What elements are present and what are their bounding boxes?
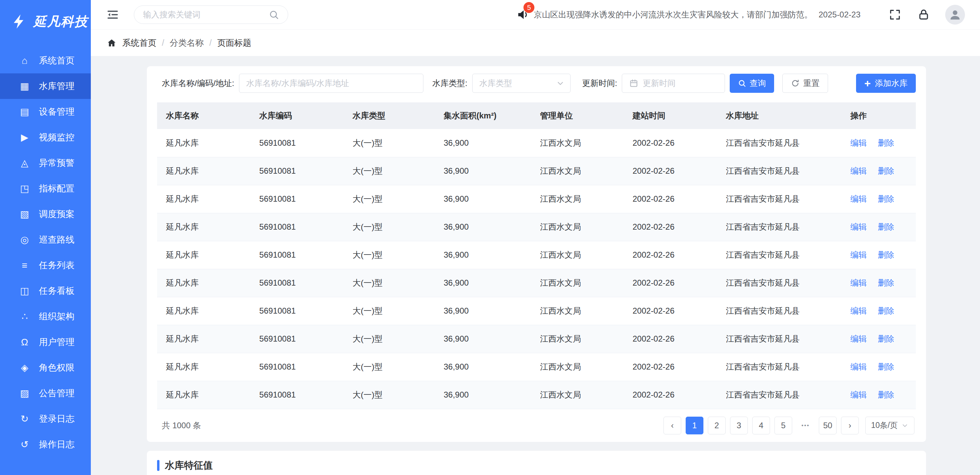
topbar-right: 5 京山区出现强降水诱发的中小河流洪水次生灾害风险较大，请部门加强防范。 202… [517,5,965,25]
search-icon [738,79,746,87]
column-header-actions: 操作 [842,102,916,129]
sidebar-item[interactable]: ◈ 角色权限 [0,355,91,380]
time-filter[interactable] [622,74,725,93]
search-button[interactable]: 查询 [730,74,774,93]
sidebar-item[interactable]: ▦ 水库管理 [0,73,91,99]
edit-link[interactable]: 编辑 [850,306,867,315]
avatar[interactable] [945,5,965,25]
delete-link[interactable]: 删除 [878,278,894,288]
delete-link[interactable]: 删除 [878,390,894,399]
lock-icon[interactable] [917,8,930,21]
sidebar-item[interactable]: ▤ 设备管理 [0,99,91,125]
edit-link[interactable]: 编辑 [850,222,867,231]
name-filter[interactable] [239,74,423,93]
page-button[interactable]: 50 [819,417,837,434]
edit-link[interactable]: 编辑 [850,166,867,175]
sidebar-item[interactable]: ↺ 操作日志 [0,432,91,457]
cell-address: 江西省吉安市延凡县 [717,297,842,325]
page-button[interactable]: 4 [752,417,770,434]
search-icon[interactable] [269,10,279,20]
cell-date: 2002-02-26 [624,213,717,241]
sidebar-item[interactable]: ↻ 登录日志 [0,406,91,432]
page-button[interactable]: ••• [797,417,815,434]
sidebar-item[interactable]: ▶ 视频监控 [0,125,91,150]
cell-actions: 编辑 删除 [842,325,916,353]
cell-type: 大(一)型 [344,269,435,297]
reset-button[interactable]: 重置 [782,74,828,93]
sidebar-item[interactable]: ▧ 调度预案 [0,201,91,227]
cell-type: 大(一)型 [344,185,435,213]
notification-speaker[interactable]: 5 [517,8,530,21]
delete-link[interactable]: 删除 [878,250,894,259]
cell-org: 江西水文局 [531,297,624,325]
type-filter-placeholder: 水库类型 [479,78,512,89]
cell-actions: 编辑 删除 [842,213,916,241]
cell-code: 56910081 [250,353,344,381]
sidebar-item[interactable]: ◬ 异常预警 [0,150,91,176]
prev-page-button[interactable]: ‹ [663,417,681,434]
table-row: 延凡水库 56910081 大(一)型 36,900 江西水文局 2002-02… [157,353,916,381]
sidebar-item[interactable]: ◫ 任务看板 [0,278,91,304]
table-row: 延凡水库 56910081 大(一)型 36,900 江西水文局 2002-02… [157,269,916,297]
cell-org: 江西水文局 [531,157,624,185]
edit-link[interactable]: 编辑 [850,390,867,399]
name-filter-input[interactable] [246,78,416,88]
collapse-menu-icon[interactable] [106,8,119,22]
next-page-button[interactable]: › [841,417,859,434]
fullscreen-icon[interactable] [888,8,902,21]
delete-link[interactable]: 删除 [878,138,894,148]
search-input[interactable] [143,10,265,19]
sidebar-item[interactable]: ◎ 巡查路线 [0,227,91,253]
global-search[interactable] [134,5,288,24]
delete-link[interactable]: 删除 [878,306,894,315]
edit-link[interactable]: 编辑 [850,362,867,371]
cell-date: 2002-02-26 [624,129,717,157]
cell-org: 江西水文局 [531,129,624,157]
edit-link[interactable]: 编辑 [850,194,867,203]
add-button-label: 添加水库 [875,78,908,89]
brand-name: 延凡科技 [33,13,88,30]
delete-link[interactable]: 删除 [878,166,894,175]
type-filter-select[interactable]: 水库类型 [472,74,571,93]
reservoir-icon: ▦ [19,81,30,92]
cell-org: 江西水文局 [531,185,624,213]
cell-actions: 编辑 删除 [842,297,916,325]
column-header-address: 水库地址 [717,102,842,129]
breadcrumb-home[interactable]: 系统首页 [122,37,156,48]
page-button[interactable]: 1 [686,417,703,434]
page-button[interactable]: 2 [708,417,725,434]
cell-actions: 编辑 删除 [842,353,916,381]
cell-name: 延凡水库 [157,353,250,381]
delete-link[interactable]: 删除 [878,222,894,231]
cell-area: 36,900 [435,269,531,297]
sidebar-item[interactable]: ⌂ 系统首页 [0,48,91,73]
cell-code: 56910081 [250,213,344,241]
edit-link[interactable]: 编辑 [850,250,867,259]
edit-link[interactable]: 编辑 [850,334,867,343]
sidebar-item[interactable]: ∴ 组织架构 [0,304,91,329]
user-icon: Ω [19,337,30,348]
sidebar-item[interactable]: Ω 用户管理 [0,329,91,355]
cell-area: 36,900 [435,297,531,325]
cell-type: 大(一)型 [344,129,435,157]
metrics-icon: ◳ [19,183,30,194]
add-reservoir-button[interactable]: + 添加水库 [856,74,916,93]
delete-link[interactable]: 删除 [878,362,894,371]
table-row: 延凡水库 56910081 大(一)型 36,900 江西水文局 2002-02… [157,241,916,269]
sidebar-item[interactable]: ▨ 公告管理 [0,380,91,406]
title-accent-bar [157,460,159,471]
sidebar-item[interactable]: ◳ 指标配置 [0,176,91,201]
breadcrumb-category[interactable]: 分类名称 [170,37,204,48]
time-filter-input[interactable] [643,78,718,88]
page-size-label: 10条/页 [871,420,898,431]
main-area: 5 京山区出现强降水诱发的中小河流洪水次生灾害风险较大，请部门加强防范。 202… [91,0,980,475]
delete-link[interactable]: 删除 [878,194,894,203]
edit-link[interactable]: 编辑 [850,138,867,148]
cell-type: 大(一)型 [344,381,435,409]
page-size-select[interactable]: 10条/页 [865,417,915,434]
page-button[interactable]: 3 [730,417,748,434]
edit-link[interactable]: 编辑 [850,278,867,288]
page-button[interactable]: 5 [775,417,792,434]
sidebar-item[interactable]: ≡ 任务列表 [0,253,91,278]
delete-link[interactable]: 删除 [878,334,894,343]
